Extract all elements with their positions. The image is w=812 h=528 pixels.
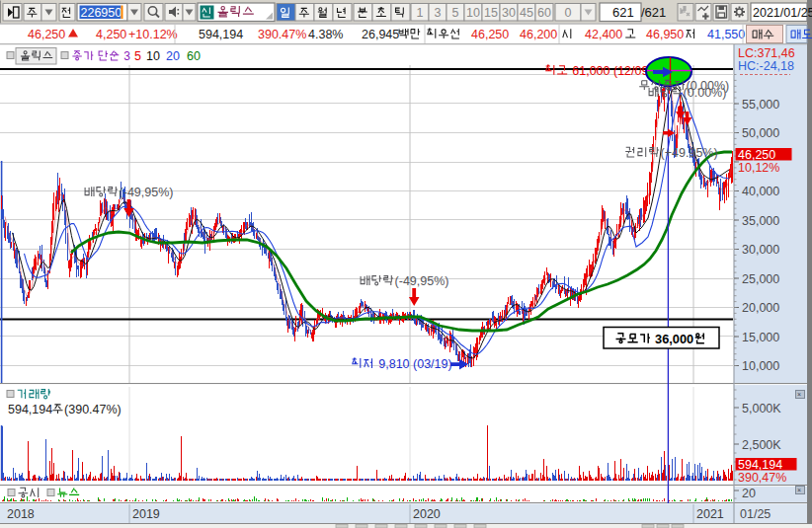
svg-text:30: 30	[502, 6, 516, 20]
svg-text:15,000: 15,000	[742, 331, 779, 344]
svg-text:55,000: 55,000	[742, 98, 779, 112]
svg-text:0: 0	[565, 6, 572, 20]
svg-text:46,250: 46,250	[738, 148, 775, 162]
svg-text:(390.47%): (390.47%)	[64, 403, 122, 416]
svg-text:(+49.95%): (+49.95%)	[661, 146, 718, 160]
svg-text:35,000: 35,000	[742, 214, 779, 228]
svg-text:45: 45	[520, 6, 533, 20]
svg-text:61,000 (12/09): 61,000 (12/09)	[569, 64, 653, 78]
svg-text:10: 10	[146, 49, 160, 63]
svg-text:46,950: 46,950	[646, 28, 684, 41]
svg-text:594,194: 594,194	[199, 28, 243, 41]
svg-text:40,000: 40,000	[742, 185, 779, 198]
svg-text:36,000: 36,000	[652, 332, 694, 346]
svg-text:10,000: 10,000	[742, 359, 779, 373]
svg-text:46,250: 46,250	[28, 28, 65, 41]
svg-text:01/25: 01/25	[740, 507, 771, 521]
svg-text:26,945: 26,945	[362, 28, 399, 41]
svg-text:×: ×	[797, 391, 801, 398]
svg-text:3: 3	[121, 49, 130, 63]
svg-text:5: 5	[452, 6, 459, 20]
svg-text:/621: /621	[641, 5, 666, 20]
svg-text:46,200: 46,200	[520, 28, 557, 41]
svg-text:42,400: 42,400	[585, 28, 622, 41]
svg-text:41,550: 41,550	[707, 28, 745, 41]
svg-text:LC:371,46: LC:371,46	[738, 46, 795, 60]
svg-text:10: 10	[466, 6, 480, 20]
svg-text:HC:-24,18: HC:-24,18	[738, 59, 794, 73]
svg-text:25,000: 25,000	[742, 272, 779, 286]
svg-text:3: 3	[435, 6, 442, 20]
svg-text:30,000: 30,000	[742, 243, 779, 257]
svg-text:(0.00%): (0.00%)	[684, 86, 727, 100]
svg-text:(-49,95%): (-49,95%)	[395, 274, 449, 288]
svg-text:20: 20	[742, 487, 756, 500]
svg-text:621: 621	[612, 5, 634, 20]
svg-text:+10.12%: +10.12%	[128, 28, 178, 41]
svg-text:390,47%: 390,47%	[738, 471, 786, 485]
svg-text:20,000: 20,000	[742, 301, 779, 315]
svg-text:(-49,95%): (-49,95%)	[120, 186, 174, 199]
svg-text:46,250: 46,250	[471, 28, 509, 41]
svg-text:2019: 2019	[132, 507, 160, 521]
svg-text:4,250: 4,250	[96, 28, 126, 41]
svg-text:15: 15	[484, 6, 498, 20]
svg-text:1: 1	[417, 6, 424, 20]
svg-text:2021/01/25: 2021/01/25	[753, 6, 812, 20]
svg-text:2,500K: 2,500K	[742, 438, 781, 452]
svg-text:2018: 2018	[7, 507, 35, 521]
svg-text:390.47%: 390.47%	[258, 28, 306, 41]
svg-text:50,000: 50,000	[742, 126, 779, 140]
svg-text:226950: 226950	[81, 6, 122, 20]
svg-text:×: ×	[797, 487, 801, 493]
svg-text:10,12%: 10,12%	[738, 161, 779, 175]
svg-text:2020: 2020	[413, 507, 441, 521]
svg-text:9,810 (03/19): 9,810 (03/19)	[375, 357, 452, 371]
svg-text:594,194: 594,194	[8, 403, 52, 416]
svg-text:60: 60	[187, 49, 201, 63]
svg-text:594,194: 594,194	[738, 458, 782, 472]
svg-text:20: 20	[166, 49, 180, 63]
svg-text:5: 5	[134, 49, 141, 63]
svg-text:4.38%: 4.38%	[308, 28, 343, 41]
svg-text:5,000K: 5,000K	[742, 402, 781, 415]
svg-text:2021: 2021	[696, 507, 724, 521]
svg-text:60: 60	[537, 6, 551, 20]
